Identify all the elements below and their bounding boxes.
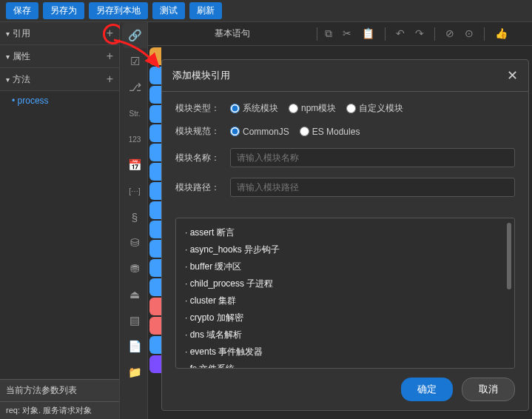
save-local-button[interactable]: 另存到本地 [89,2,148,19]
list-item[interactable]: · assert 断言 [185,224,505,241]
top-toolbar: 保存 另存为 另存到本地 测试 刷新 [0,0,532,22]
list-item[interactable]: · buffer 缓冲区 [185,258,505,275]
section-属性[interactable]: ▾ 属性 + [0,45,119,68]
copy-icon[interactable]: ⧉ [325,27,332,41]
test-button[interactable]: 测试 [152,2,185,19]
code-block-tab[interactable] [149,298,161,315]
add-module-dialog: 添加模块引用 ✕ 模块类型： 系统模块npm模块自定义模块 模块规范： Comm… [161,59,529,411]
radio-CommonJS[interactable]: CommonJS [230,127,289,137]
label-module-name: 模块名称： [175,152,223,164]
list-item[interactable]: · child_process 子进程 [185,275,505,292]
save-button[interactable]: 保存 [6,2,38,19]
label-module-path: 模块路径： [175,181,223,194]
chevron-down-icon: ▾ [6,30,10,38]
tab-basic[interactable]: 基本语句 [148,27,317,40]
cut-icon[interactable]: ✂ [343,27,351,41]
check-square-icon[interactable]: ☑ [122,49,147,74]
radio-ES Modules[interactable]: ES Modules [300,127,360,137]
radio-input[interactable] [230,127,240,136]
dialog-header: 添加模块引用 ✕ [162,60,528,92]
code-block-tab[interactable] [149,124,161,142]
list-item[interactable]: · dns 域名解析 [185,326,505,343]
link-icon[interactable]: 🔗 [122,23,147,48]
undo-icon[interactable]: ↶ [396,27,405,41]
list-item[interactable]: · async_hooks 异步钩子 [185,241,505,258]
scrollbar-thumb[interactable] [507,223,511,289]
radio-label: CommonJS [243,127,289,137]
code-block-tab[interactable] [149,67,161,84]
save-as-button[interactable]: 另存为 [43,2,84,19]
code-block-tab[interactable] [149,86,161,104]
code-block-tab[interactable] [149,259,161,277]
database-icon[interactable]: ⛁ [122,230,147,255]
separator [484,27,485,41]
flow-icon[interactable]: § [122,204,147,229]
section-方法[interactable]: ▾ 方法 + [0,68,119,91]
separator [434,27,435,41]
radio-系统模块[interactable]: 系统模块 [230,102,278,115]
code-block-tab[interactable] [149,144,161,161]
module-path-input[interactable] [230,178,515,197]
section-title: 属性 [13,50,107,63]
code-block-tab[interactable] [149,182,161,200]
chevron-down-icon: ▾ [6,76,10,84]
code-block-tab[interactable] [149,278,161,296]
branch-icon[interactable]: ⎇ [122,75,147,100]
module-list[interactable]: · assert 断言· async_hooks 异步钩子· buffer 缓冲… [175,218,515,369]
thumb-icon[interactable]: 👍 [495,27,508,41]
bottom-panel: 当前方法参数列表 req: 对象. 服务请求对象 [0,379,119,419]
cancel-icon[interactable]: ⊘ [445,27,454,41]
code-block-tab[interactable] [149,355,161,373]
paste-icon[interactable]: 📋 [362,27,374,41]
cancel-button[interactable]: 取消 [462,378,515,401]
list-item[interactable]: · events 事件触发器 [185,343,505,361]
radio-input[interactable] [289,104,298,113]
add-icon[interactable]: + [107,73,113,86]
module-name-input[interactable] [230,148,515,167]
list-item[interactable]: · crypto 加解密 [185,309,505,326]
folder-icon[interactable]: 📁 [122,360,147,385]
dialog-body: 模块类型： 系统模块npm模块自定义模块 模块规范： CommonJSES Mo… [162,92,528,218]
string-icon[interactable]: Str. [122,101,147,126]
code-block-tab[interactable] [149,336,161,354]
code-block-tab[interactable] [149,221,161,238]
stack-icon[interactable]: ⛃ [122,256,147,281]
document-icon[interactable]: ▤ [122,308,147,333]
code-block-tab[interactable] [149,201,161,219]
section-引用[interactable]: ▾ 引用 + [0,22,119,45]
left-sidebar: ▾ 引用 +▾ 属性 +▾ 方法 +process 当前方法参数列表 req: … [0,22,120,419]
radio-input[interactable] [300,127,309,136]
radio-input[interactable] [230,104,240,113]
list-item[interactable]: · fs 文件系统 [185,361,505,369]
add-icon[interactable]: + [107,27,113,40]
confirm-button[interactable]: 确定 [401,378,453,401]
radio-label: ES Modules [312,127,360,137]
list-item[interactable]: · cluster 集群 [185,292,505,309]
radio-npm模块[interactable]: npm模块 [289,102,336,115]
code-block-tab[interactable] [149,317,161,335]
add-icon[interactable]: + [107,50,113,63]
section-title: 方法 [13,73,107,86]
file-icon[interactable]: 📄 [122,334,147,359]
export-icon[interactable]: ⏏ [122,282,147,307]
number-icon[interactable]: 123 [122,127,147,152]
label-module-type: 模块类型： [175,102,223,115]
refresh-button[interactable]: 刷新 [189,2,222,19]
array-icon[interactable]: [⋯] [122,178,147,204]
confirm-icon[interactable]: ⊙ [465,27,474,41]
params-header: 当前方法参数列表 [0,379,119,402]
code-block-tab[interactable] [149,47,161,65]
close-icon[interactable]: ✕ [507,67,518,84]
radio-input[interactable] [346,104,356,113]
main-header: 基本语句 ⧉✂📋↶↷⊘⊙👍 [148,22,532,46]
section-title: 引用 [13,27,107,40]
code-block-tab[interactable] [149,163,161,181]
radio-label: npm模块 [301,102,336,115]
redo-icon[interactable]: ↷ [415,27,424,41]
code-block-tab[interactable] [149,105,161,123]
radio-自定义模块[interactable]: 自定义模块 [346,102,403,115]
tree-item-process[interactable]: process [0,91,119,110]
code-block-tab[interactable] [149,240,161,258]
calendar-icon[interactable]: 📅 [122,152,147,178]
icon-strip: 🔗☑⎇Str.123📅[⋯]§⛁⛃⏏▤📄📁 [120,22,148,419]
